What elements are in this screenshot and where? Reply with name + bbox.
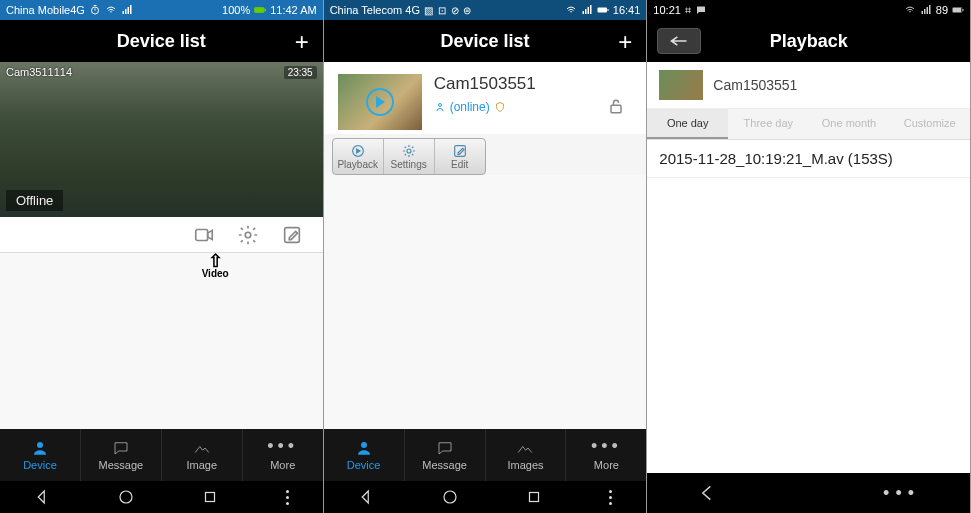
- svg-rect-27: [697, 7, 705, 13]
- svg-rect-3: [127, 7, 129, 14]
- tab-label: Images: [507, 459, 543, 471]
- svg-rect-12: [206, 493, 215, 502]
- svg-rect-5: [255, 8, 265, 13]
- tab-more[interactable]: ••• More: [566, 429, 646, 481]
- page-title: Playback: [770, 31, 848, 52]
- header-bar: Device list +: [0, 20, 323, 62]
- wifi-icon: [565, 4, 577, 16]
- edit-button[interactable]: [281, 224, 303, 246]
- device-name-label: Cam1503551: [434, 74, 601, 94]
- tab-label: More: [594, 459, 619, 471]
- device-toolbar: [0, 217, 323, 253]
- time-filter-tabs: One day Three day One month Customize: [647, 109, 970, 140]
- wifi-icon: [904, 4, 916, 16]
- clock-label: 11:42 AM: [270, 4, 316, 16]
- user-icon: [434, 101, 446, 113]
- nav-home-icon[interactable]: [441, 488, 459, 506]
- nav-back-icon[interactable]: [697, 483, 717, 503]
- chat-icon: [695, 4, 707, 16]
- playback-button[interactable]: Playback: [333, 139, 384, 174]
- status-bar: China Telecom 4G ▧ ⊡ ⊘ ⊜ 16:41: [324, 0, 647, 20]
- svg-rect-33: [953, 8, 961, 12]
- filter-one-month[interactable]: One month: [809, 109, 890, 139]
- svg-rect-16: [590, 5, 592, 14]
- tab-label: Device: [347, 459, 381, 471]
- svg-rect-14: [585, 9, 587, 14]
- nav-recent-icon[interactable]: [201, 488, 219, 506]
- device-actions: Playback Settings Edit: [332, 138, 486, 175]
- filter-customize[interactable]: Customize: [889, 109, 970, 139]
- battery-icon: [597, 4, 609, 16]
- svg-rect-4: [130, 5, 132, 14]
- tab-label: Message: [99, 459, 144, 471]
- nav-back-icon[interactable]: [357, 488, 375, 506]
- edit-button[interactable]: Edit: [435, 139, 485, 174]
- camera-preview[interactable]: Cam3511114 23:35 Offline: [0, 62, 323, 217]
- add-device-button[interactable]: +: [618, 28, 632, 56]
- signal-icon: [920, 4, 932, 16]
- tab-images[interactable]: Images: [486, 429, 567, 481]
- tab-device[interactable]: Device: [0, 429, 81, 481]
- tab-message[interactable]: Message: [81, 429, 162, 481]
- svg-rect-20: [611, 105, 621, 113]
- svg-rect-18: [607, 9, 608, 11]
- svg-point-19: [438, 104, 441, 107]
- screen-playback: 10:21 ⌗ 89 Playback Cam1503551 One day T…: [647, 0, 971, 513]
- nav-recent-icon[interactable]: [525, 488, 543, 506]
- svg-point-25: [444, 491, 456, 503]
- svg-rect-30: [926, 7, 928, 14]
- status-bar: China Mobile4G 100% 11:42 AM: [0, 0, 323, 20]
- svg-rect-34: [963, 9, 964, 11]
- settings-button[interactable]: [237, 224, 259, 246]
- filter-one-day[interactable]: One day: [647, 109, 728, 139]
- svg-rect-7: [195, 229, 207, 240]
- device-thumbnail[interactable]: [338, 74, 422, 130]
- alarm-icon: [89, 4, 101, 16]
- video-hint: ⇧ Video: [202, 254, 229, 279]
- header-bar: Device list +: [324, 20, 647, 62]
- tab-more[interactable]: ••• More: [243, 429, 323, 481]
- play-icon: [366, 88, 394, 116]
- device-name-label: Cam1503551: [713, 77, 797, 93]
- wifi-icon: [105, 4, 117, 16]
- add-device-button[interactable]: +: [295, 28, 309, 56]
- svg-rect-29: [924, 9, 926, 14]
- more-icon: •••: [591, 439, 622, 457]
- camera-id-label: Cam3511114: [6, 66, 72, 78]
- clock-label: 10:21: [653, 4, 681, 16]
- recording-file-row[interactable]: 2015-11-28_10:19:21_M.av (153S): [647, 140, 970, 178]
- screen-device-list-offline: China Mobile4G 100% 11:42 AM Device list…: [0, 0, 324, 513]
- lock-button[interactable]: [600, 74, 632, 116]
- carrier-label: China Telecom 4G: [330, 4, 420, 16]
- svg-rect-26: [530, 493, 539, 502]
- battery-pct: 100%: [222, 4, 250, 16]
- tab-label: Device: [23, 459, 57, 471]
- bottom-navbar: •••: [647, 473, 970, 513]
- svg-point-10: [37, 442, 43, 448]
- tab-image[interactable]: Image: [162, 429, 243, 481]
- nav-menu-icon[interactable]: [286, 490, 290, 505]
- nav-home-icon[interactable]: [117, 488, 135, 506]
- empty-area: [0, 253, 323, 429]
- svg-rect-31: [929, 5, 931, 14]
- tab-message[interactable]: Message: [405, 429, 486, 481]
- tab-label: Message: [422, 459, 467, 471]
- filter-three-day[interactable]: Three day: [728, 109, 809, 139]
- settings-button[interactable]: Settings: [384, 139, 435, 174]
- playback-device-row[interactable]: Cam1503551: [647, 62, 970, 109]
- video-button[interactable]: [193, 224, 215, 246]
- device-status: (online): [434, 100, 601, 114]
- status-text: (online): [450, 100, 490, 114]
- svg-rect-28: [921, 11, 923, 14]
- screen-device-list-online: China Telecom 4G ▧ ⊡ ⊘ ⊜ 16:41 Device li…: [324, 0, 648, 513]
- svg-rect-2: [125, 9, 127, 14]
- nav-back-icon[interactable]: [33, 488, 51, 506]
- nav-more-icon[interactable]: •••: [883, 483, 920, 504]
- device-row: Cam1503551 (online): [324, 62, 647, 134]
- tab-label: Image: [187, 459, 218, 471]
- empty-area: [647, 178, 970, 473]
- svg-rect-1: [122, 11, 124, 14]
- tab-device[interactable]: Device: [324, 429, 405, 481]
- nav-menu-icon[interactable]: [609, 490, 613, 505]
- back-button[interactable]: [657, 28, 701, 54]
